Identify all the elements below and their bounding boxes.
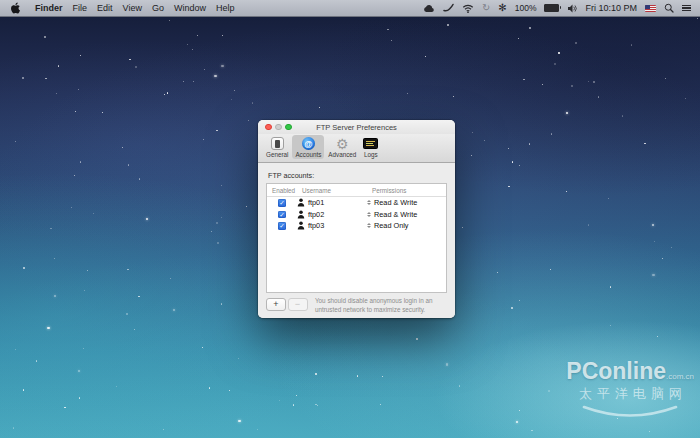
traffic-lights <box>265 124 292 131</box>
tab-accounts[interactable]: @ Accounts <box>292 135 324 159</box>
anonymous-login-warning: You should disable anonymous login in an… <box>315 297 447 315</box>
close-button[interactable] <box>265 124 272 131</box>
user-icon <box>297 221 305 230</box>
menu-window[interactable]: Window <box>169 3 211 13</box>
preferences-toolbar: General @ Accounts ⚙ Advanced Logs <box>258 134 455 163</box>
wifi-status-icon[interactable] <box>458 0 478 17</box>
swoosh-icon <box>443 3 454 13</box>
spotlight-item[interactable] <box>660 0 678 17</box>
cloud-icon <box>422 4 435 13</box>
swoosh-status-icon[interactable] <box>439 0 458 17</box>
battery-icon-item[interactable] <box>540 0 563 17</box>
ftp-accounts-label: FTP accounts: <box>268 171 314 180</box>
menu-finder[interactable]: Finder <box>30 3 68 13</box>
username-text: ftp03 <box>308 221 324 230</box>
user-icon <box>297 198 305 207</box>
accounts-pane: FTP accounts: Enabled Username Permissio… <box>258 163 455 318</box>
watermark-suffix: .com.cn <box>666 372 694 381</box>
notification-center-item[interactable] <box>678 0 695 17</box>
battery-icon <box>544 4 559 12</box>
user-icon <box>297 210 305 219</box>
username-text: ftp02 <box>308 210 324 219</box>
watermark-brand: PConline.com.cn <box>566 360 694 383</box>
tab-accounts-label: Accounts <box>295 152 321 158</box>
menu-bar-status-area: ↻ ✻ 100% Fri 10:10 PM <box>418 0 700 17</box>
table-row[interactable]: ftp02 Read & Write <box>267 209 446 221</box>
accounts-table: Enabled Username Permissions ftp01 Read … <box>266 183 447 293</box>
wifi-icon <box>462 4 474 13</box>
menu-file[interactable]: File <box>68 3 93 13</box>
menu-bar-clock[interactable]: Fri 10:10 PM <box>581 0 641 17</box>
enabled-checkbox[interactable] <box>278 211 286 219</box>
tab-logs[interactable]: Logs <box>360 135 381 159</box>
desktop: Finder File Edit View Go Window Help ↻ <box>0 0 700 438</box>
smile-arc-icon <box>578 404 682 422</box>
ftp-preferences-window: FTP Server Preferences General @ Account… <box>258 120 455 318</box>
apple-menu[interactable] <box>10 2 21 14</box>
window-titlebar[interactable]: FTP Server Preferences <box>258 120 455 134</box>
permission-value: Read & Write <box>374 198 417 207</box>
permission-value: Read Only <box>374 221 408 230</box>
apple-logo-icon <box>10 2 21 14</box>
gear-icon: ⚙ <box>336 137 349 151</box>
input-language-item[interactable] <box>641 0 660 17</box>
table-row[interactable]: ftp03 Read Only <box>267 220 446 232</box>
menu-bar: Finder File Edit View Go Window Help ↻ <box>0 0 700 17</box>
add-account-button[interactable]: + <box>266 298 286 311</box>
menu-help[interactable]: Help <box>211 3 240 13</box>
spotlight-search-icon <box>664 3 674 13</box>
cloud-status-icon[interactable] <box>418 0 439 17</box>
tab-advanced-label: Advanced <box>328 152 356 158</box>
account-buttons: + − <box>266 298 308 311</box>
general-device-icon <box>271 137 284 150</box>
minimize-button[interactable] <box>275 124 282 131</box>
updown-arrows-icon <box>367 212 371 217</box>
permission-value: Read & Write <box>374 210 417 219</box>
table-row[interactable]: ftp01 Read & Write <box>267 197 446 209</box>
table-header: Enabled Username Permissions <box>267 184 446 197</box>
battery-percent: 100% <box>515 3 537 13</box>
permissions-popup[interactable]: Read & Write <box>367 210 446 219</box>
username-text: ftp01 <box>308 198 324 207</box>
menu-go[interactable]: Go <box>147 3 169 13</box>
volume-status-icon[interactable] <box>563 0 581 17</box>
menu-edit[interactable]: Edit <box>92 3 118 13</box>
tab-logs-label: Logs <box>364 152 378 158</box>
logs-terminal-icon <box>363 138 378 149</box>
column-permissions: Permissions <box>372 187 446 194</box>
permissions-popup[interactable]: Read & Write <box>367 198 446 207</box>
zoom-button[interactable] <box>285 124 292 131</box>
time-machine-icon: ↻ <box>482 3 490 13</box>
enabled-checkbox[interactable] <box>278 199 286 207</box>
tab-advanced[interactable]: ⚙ Advanced <box>325 135 359 159</box>
battery-status[interactable]: 100% <box>511 0 541 17</box>
updown-arrows-icon <box>367 200 371 205</box>
time-machine-status-icon[interactable]: ↻ <box>478 0 494 17</box>
tab-general[interactable]: General <box>263 135 291 159</box>
column-enabled: Enabled <box>267 187 302 194</box>
menu-view[interactable]: View <box>118 3 147 13</box>
enabled-checkbox[interactable] <box>278 222 286 230</box>
fan-icon: ✻ <box>498 3 506 13</box>
us-flag-icon <box>645 5 656 12</box>
watermark-chinese: 太平洋电脑网 <box>566 385 694 403</box>
accounts-at-icon: @ <box>302 137 316 151</box>
fan-status-icon[interactable]: ✻ <box>494 0 510 17</box>
column-username: Username <box>302 187 372 194</box>
pconline-watermark: PConline.com.cn 太平洋电脑网 <box>566 360 694 422</box>
notification-center-icon <box>682 5 691 12</box>
remove-account-button[interactable]: − <box>288 298 308 311</box>
updown-arrows-icon <box>367 223 371 228</box>
volume-icon <box>567 4 577 13</box>
tab-general-label: General <box>266 152 288 158</box>
permissions-popup[interactable]: Read Only <box>367 221 446 230</box>
